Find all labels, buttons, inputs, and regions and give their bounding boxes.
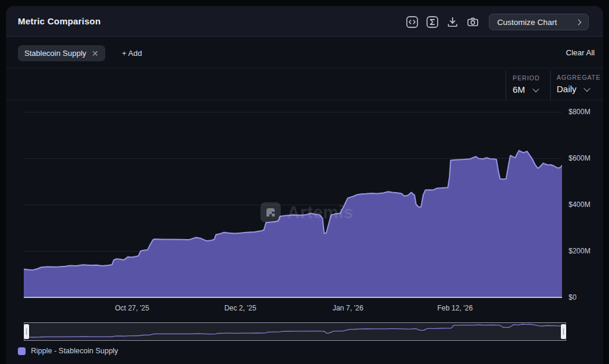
x-tick-label: Jan 7, '26: [332, 303, 363, 313]
camera-snapshot-icon[interactable]: [467, 16, 479, 28]
divider: [6, 100, 603, 101]
x-tick-label: Feb 12, '26: [437, 303, 473, 313]
page-title: Metric Comparison: [18, 16, 101, 26]
sparkline: [24, 324, 566, 337]
formula-sigma-icon[interactable]: [426, 16, 438, 28]
y-tick-label: $600M: [569, 153, 599, 163]
y-tick-label: $400M: [569, 200, 599, 209]
aggregate-dropdown[interactable]: AGGREGATE Daily: [557, 74, 601, 94]
chevron-right-icon: [576, 19, 582, 25]
divider: [506, 70, 506, 100]
brush-handle-right[interactable]: [561, 324, 566, 339]
x-tick-label: Oct 27, '25: [115, 303, 149, 313]
metric-chip-stablecoin-supply[interactable]: Stablecoin Supply ✕: [18, 45, 105, 61]
legend-swatch: [18, 347, 26, 355]
timeline-brush-sparkline: [24, 323, 566, 340]
period-label: PERIOD: [513, 74, 540, 81]
aggregate-value: Daily: [557, 84, 576, 94]
stablecoin-supply-area-chart[interactable]: [24, 101, 562, 299]
brush-handle-left[interactable]: [24, 324, 29, 339]
customize-chart-button[interactable]: Customize Chart: [489, 14, 589, 30]
chart-panel: Metric Comparison: [6, 6, 603, 364]
download-icon[interactable]: [447, 16, 459, 28]
embed-code-icon[interactable]: [406, 16, 418, 28]
y-tick-label: $200M: [569, 246, 599, 256]
divider: [6, 68, 603, 68]
chevron-down-icon: [584, 84, 591, 91]
y-tick-label: $800M: [569, 107, 599, 117]
chevron-down-icon: [532, 85, 539, 92]
add-metric-button[interactable]: + Add: [122, 49, 142, 58]
clear-all-button[interactable]: Clear All: [554, 48, 595, 57]
metric-chip-label: Stablecoin Supply: [24, 49, 86, 58]
legend: Ripple - Stablecoin Supply: [18, 347, 118, 355]
divider: [550, 70, 551, 100]
period-dropdown[interactable]: PERIOD 6M: [513, 74, 540, 95]
legend-label: Ripple - Stablecoin Supply: [31, 347, 118, 355]
x-tick-label: Dec 2, '25: [224, 303, 256, 313]
remove-metric-icon[interactable]: ✕: [92, 49, 99, 58]
y-tick-label: $0: [569, 293, 599, 302]
aggregate-label: AGGREGATE: [557, 74, 601, 81]
customize-chart-label: Customize Chart: [497, 18, 557, 27]
metric-comparison-widget: Metric Comparison: [0, 0, 609, 364]
period-value: 6M: [513, 84, 525, 95]
area-fill: [24, 150, 562, 297]
x-axis-baseline: [24, 297, 562, 298]
